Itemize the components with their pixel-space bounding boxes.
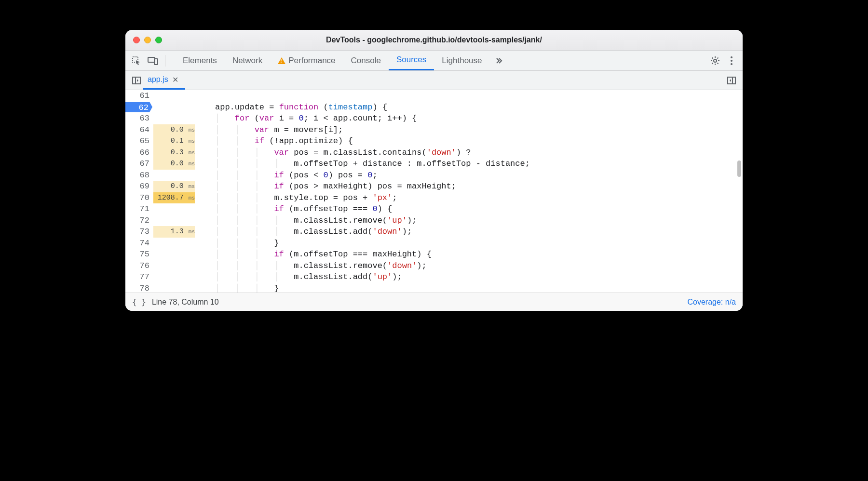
code-line[interactable]: │ for (var i = 0; i < app.count; i++) { [215, 113, 743, 124]
tab-label: Elements [183, 56, 217, 66]
file-tabs-bar: app.js ✕ [125, 71, 743, 90]
warning-icon [278, 57, 285, 64]
line-number[interactable]: 76 [125, 260, 149, 272]
file-tab-appjs[interactable]: app.js ✕ [143, 71, 185, 90]
line-timing: 0.0 ms [153, 124, 195, 136]
code-line[interactable]: │ │ if (!app.optimize) { [215, 135, 743, 147]
code-line[interactable]: │ │ │ if (m.offsetTop === maxHeight) { [215, 249, 743, 260]
code-line[interactable]: │ │ │ │ m.offsetTop + distance : m.offse… [215, 158, 743, 170]
timing-column: 0.0 ms0.1 ms0.3 ms0.0 ms0.0 ms1208.7 ms1… [153, 90, 198, 293]
svg-point-5 [731, 60, 732, 62]
line-number[interactable]: 71 [125, 203, 149, 215]
line-timing [153, 249, 195, 260]
code-line[interactable]: │ │ │ if (m.offsetTop === 0) { [215, 203, 743, 215]
line-timing [153, 90, 195, 102]
tab-performance[interactable]: Performance [270, 51, 343, 70]
traffic-lights [133, 37, 162, 43]
svg-point-6 [731, 63, 732, 65]
status-bar: { } Line 78, Column 10 Coverage: n/a [125, 293, 743, 311]
line-timing [153, 203, 195, 215]
code-line[interactable]: │ │ │ │ m.classList.remove('up'); [215, 215, 743, 227]
close-tab-icon[interactable]: ✕ [172, 75, 178, 84]
line-timing [153, 215, 195, 227]
main-toolbar: Elements Network Performance Console Sou… [125, 51, 743, 71]
tab-label: Console [351, 56, 381, 66]
file-tab-label: app.js [148, 75, 168, 84]
svg-rect-7 [133, 77, 140, 84]
breakpoint-marker[interactable]: 62 [125, 102, 152, 112]
line-number[interactable]: 73 [125, 226, 149, 238]
coverage-link[interactable]: Coverage: n/a [687, 298, 736, 307]
line-timing [153, 283, 195, 293]
line-timing [153, 113, 195, 124]
code-line[interactable]: │ │ │ if (pos > maxHeight) pos = maxHeig… [215, 181, 743, 192]
line-number[interactable]: 70 [125, 192, 149, 204]
code-line[interactable]: │ │ │ } [215, 283, 743, 293]
line-timing: 1.3 ms [153, 226, 195, 238]
line-timing: 0.0 ms [153, 181, 195, 192]
cursor-position: Line 78, Column 10 [152, 298, 219, 307]
line-number[interactable]: 69 [125, 181, 149, 192]
tab-lighthouse[interactable]: Lighthouse [434, 51, 489, 70]
code-line[interactable]: │ │ │ m.style.top = pos + 'px'; [215, 192, 743, 204]
line-number[interactable]: 67 [125, 158, 149, 170]
code-line[interactable]: │ │ │ │ m.classList.remove('down'); [215, 260, 743, 272]
tab-console[interactable]: Console [343, 51, 389, 70]
line-number[interactable]: 62 [125, 102, 149, 113]
line-timing [153, 170, 195, 181]
line-gutter[interactable]: 616263646566676869707172737475767778 [125, 90, 153, 293]
line-number[interactable]: 65 [125, 135, 149, 147]
tab-network[interactable]: Network [225, 51, 270, 70]
svg-rect-1 [148, 57, 155, 62]
svg-point-3 [714, 59, 717, 62]
line-timing [153, 260, 195, 272]
line-number[interactable]: 68 [125, 170, 149, 181]
line-number[interactable]: 75 [125, 249, 149, 260]
settings-icon[interactable] [709, 54, 721, 67]
code-line[interactable]: │ │ var m = movers[i]; [215, 124, 743, 136]
line-number[interactable]: 77 [125, 271, 149, 283]
line-number[interactable]: 63 [125, 113, 149, 124]
device-toolbar-icon[interactable] [147, 54, 159, 67]
minimize-window-icon[interactable] [144, 37, 151, 43]
code-line[interactable]: │ │ │ if (pos < 0) pos = 0; [215, 170, 743, 181]
maximize-window-icon[interactable] [155, 37, 162, 43]
panel-tabs: Elements Network Performance Console Sou… [175, 51, 508, 70]
line-number[interactable]: 72 [125, 215, 149, 227]
code-editor[interactable]: 616263646566676869707172737475767778 0.0… [125, 90, 743, 293]
svg-point-4 [731, 56, 732, 58]
devtools-window: DevTools - googlechrome.github.io/devtoo… [125, 30, 743, 311]
line-timing [153, 102, 195, 113]
more-tabs-icon[interactable] [490, 51, 508, 70]
kebab-menu-icon[interactable] [725, 54, 738, 67]
tab-elements[interactable]: Elements [175, 51, 225, 70]
titlebar: DevTools - googlechrome.github.io/devtoo… [125, 30, 743, 51]
code-line[interactable] [215, 90, 743, 102]
line-number[interactable]: 74 [125, 238, 149, 249]
line-timing [153, 238, 195, 249]
line-number[interactable]: 78 [125, 283, 149, 293]
scrollbar-thumb[interactable] [737, 160, 741, 177]
line-timing: 0.0 ms [153, 158, 195, 170]
close-window-icon[interactable] [133, 37, 140, 43]
show-navigator-icon[interactable] [130, 74, 143, 87]
line-timing: 0.3 ms [153, 147, 195, 159]
line-timing: 1208.7 ms [153, 192, 195, 204]
line-number[interactable]: 61 [125, 90, 149, 102]
line-timing [153, 271, 195, 283]
code-line[interactable]: │ │ │ } [215, 238, 743, 249]
show-debugger-icon[interactable] [725, 74, 738, 87]
code-line[interactable]: app.update = function (timestamp) { [215, 102, 743, 113]
code-pane[interactable]: app.update = function (timestamp) {│ for… [198, 90, 743, 293]
code-line[interactable]: │ │ │ │ m.classList.add('up'); [215, 271, 743, 283]
code-line[interactable]: │ │ │ │ m.classList.add('down'); [215, 226, 743, 238]
code-line[interactable]: │ │ │ var pos = m.classList.contains('do… [215, 147, 743, 159]
svg-rect-9 [728, 77, 735, 84]
line-number[interactable]: 66 [125, 147, 149, 159]
inspect-element-icon[interactable] [130, 54, 143, 67]
tab-label: Network [232, 56, 262, 66]
tab-sources[interactable]: Sources [389, 51, 434, 70]
pretty-print-icon[interactable]: { } [132, 297, 146, 307]
line-number[interactable]: 64 [125, 124, 149, 136]
tab-label: Performance [288, 56, 335, 66]
